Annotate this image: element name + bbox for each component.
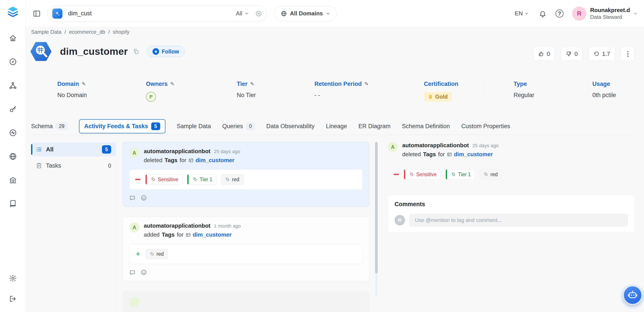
- glossary-book-icon[interactable]: [8, 199, 17, 208]
- access-key-icon[interactable]: [8, 105, 17, 113]
- logout-icon[interactable]: [8, 294, 17, 303]
- scrollbar-thumb[interactable]: [375, 142, 378, 273]
- edit-owners-icon[interactable]: ✎: [170, 81, 174, 87]
- search-scope-label: All: [236, 10, 242, 17]
- chevron-down-icon: [524, 12, 529, 16]
- feed-card-partial[interactable]: [122, 291, 370, 312]
- meta-usage: Usage 0th pctile: [592, 81, 616, 99]
- upvote-button[interactable]: 0: [533, 47, 555, 61]
- tab-queries[interactable]: Queries 0: [222, 122, 255, 131]
- comments-title: Comments: [394, 201, 628, 208]
- breadcrumb: Sample Data / ecommerce_db / shopify: [31, 29, 130, 35]
- meta-certification: Certification Gold: [424, 81, 458, 102]
- tab-activity-feeds[interactable]: Activity Feeds & Tasks 5: [79, 119, 166, 133]
- feed-action: added: [144, 231, 160, 238]
- tab-er-diagram[interactable]: ER Diagram: [358, 122, 390, 131]
- user-avatar[interactable]: R: [572, 7, 586, 21]
- governance-bank-icon[interactable]: [8, 176, 17, 185]
- entity-link[interactable]: dim_customer: [447, 151, 493, 158]
- observability-pulse-icon[interactable]: [8, 128, 17, 137]
- home-icon[interactable]: [8, 34, 17, 43]
- sidebar-toggle-icon[interactable]: [33, 10, 41, 18]
- explore-compass-icon[interactable]: [8, 57, 17, 66]
- tag-label: Sensitive: [158, 177, 178, 183]
- tab-custom-properties[interactable]: Custom Properties: [461, 122, 510, 131]
- avatar: [129, 297, 140, 307]
- tag-chip: Sensitive: [145, 174, 182, 185]
- tab-schema[interactable]: Schema 29: [31, 122, 68, 131]
- search-input[interactable]: dim_cust: [68, 10, 92, 17]
- domains-filter-button[interactable]: All Domains: [274, 6, 336, 21]
- feed-card[interactable]: A automatorapplicationbot 1 month ago ad…: [122, 216, 370, 281]
- breadcrumb-item[interactable]: Sample Data: [31, 29, 62, 35]
- user-menu-chevron-icon[interactable]: [633, 11, 638, 16]
- usage-value: 0th pctile: [592, 92, 616, 99]
- tag-icon: [484, 172, 488, 177]
- owner-avatar[interactable]: P: [146, 92, 156, 102]
- copy-icon[interactable]: [133, 48, 139, 55]
- tier-value: No Tier: [237, 92, 256, 99]
- more-options-button[interactable]: [621, 47, 635, 61]
- version-button[interactable]: 1.7: [588, 47, 615, 61]
- lineage-graph-icon[interactable]: [8, 81, 17, 90]
- entity-link[interactable]: dim_customer: [188, 157, 234, 164]
- feed-for: for: [177, 231, 183, 238]
- app-logo-icon[interactable]: [7, 6, 19, 18]
- feed-timestamp: 1 month ago: [214, 223, 241, 229]
- edit-tier-icon[interactable]: ✎: [250, 81, 254, 87]
- comment-user-avatar: R: [394, 215, 405, 225]
- sidebar-nav: [8, 34, 17, 208]
- tab-label: Queries: [222, 123, 243, 130]
- filter-tasks[interactable]: Tasks 0: [31, 159, 116, 173]
- downvote-button[interactable]: 0: [561, 47, 582, 61]
- feed-scrollbar[interactable]: [375, 142, 378, 296]
- clear-search-icon[interactable]: [255, 10, 262, 17]
- tag-chip: Tier 1: [446, 169, 475, 180]
- breadcrumb-item[interactable]: ecommerce_db: [69, 29, 105, 35]
- feed-filter-panel: All 5 Tasks 0: [31, 142, 116, 173]
- sidebar-bottom: [8, 274, 17, 303]
- tab-lineage[interactable]: Lineage: [326, 122, 347, 131]
- global-search-bar[interactable]: dim_cust All: [47, 6, 267, 22]
- tier-label: Tier: [237, 81, 248, 87]
- tab-schema-definition[interactable]: Schema Definition: [402, 122, 450, 131]
- ai-sparkle-icon: [52, 9, 62, 19]
- emoji-reaction-icon[interactable]: [141, 269, 147, 275]
- reply-comment-icon[interactable]: [129, 269, 136, 275]
- tab-label: Lineage: [326, 123, 347, 130]
- settings-gear-icon[interactable]: [8, 274, 17, 283]
- help-icon[interactable]: ?: [556, 10, 564, 18]
- tag-chip: Sensitive: [404, 169, 441, 180]
- tab-label: Activity Feeds & Tasks: [84, 123, 148, 130]
- entity-link-label: dim_customer: [192, 231, 232, 238]
- domains-globe-icon[interactable]: [8, 152, 17, 161]
- removed-icon: [394, 174, 399, 175]
- edit-retention-icon[interactable]: ✎: [364, 81, 368, 87]
- tab-sample-data[interactable]: Sample Data: [177, 122, 211, 131]
- reply-comment-icon[interactable]: [129, 195, 136, 201]
- emoji-reaction-icon[interactable]: [141, 195, 147, 201]
- tag-icon: [151, 177, 156, 182]
- notifications-bell-icon[interactable]: [539, 10, 546, 17]
- chatbot-button[interactable]: [623, 285, 642, 305]
- language-dropdown[interactable]: EN: [515, 10, 529, 17]
- filter-all[interactable]: All 5: [31, 142, 116, 157]
- entity-link[interactable]: dim_customer: [186, 231, 232, 238]
- tag-change-box: Sensitive Tier 1 red: [129, 169, 362, 190]
- edit-domain-icon[interactable]: ✎: [82, 81, 86, 87]
- search-scope-dropdown[interactable]: All: [236, 10, 249, 17]
- breadcrumb-item[interactable]: shopify: [113, 29, 130, 35]
- tab-data-observability[interactable]: Data Observability: [266, 122, 315, 131]
- domain-label: Domain: [57, 81, 79, 87]
- usage-label: Usage: [592, 81, 610, 87]
- comment-input[interactable]: [410, 214, 628, 227]
- tag-chip: Tier 1: [187, 174, 216, 185]
- tag-label: red: [490, 172, 498, 178]
- avatar: A: [129, 148, 140, 158]
- user-role: Data Steward: [590, 14, 630, 20]
- follow-button[interactable]: ★ Follow: [146, 46, 185, 57]
- thumbs-up-icon: [538, 51, 544, 57]
- feed-card[interactable]: A automatorapplicationbot 25 days ago de…: [122, 142, 370, 207]
- certification-value: Gold: [435, 94, 448, 100]
- retention-value: - -: [314, 92, 368, 99]
